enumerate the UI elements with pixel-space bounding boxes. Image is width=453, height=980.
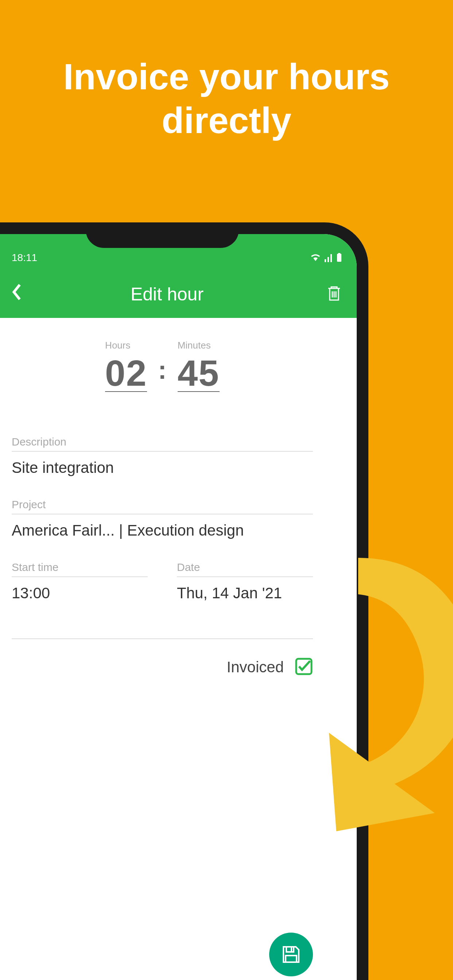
invoiced-label: Invoiced — [227, 659, 284, 676]
hours-value: 02 — [105, 355, 147, 392]
save-icon — [281, 945, 301, 964]
phone-screen: 18:11 Edit hour — [0, 234, 357, 980]
battery-icon — [336, 253, 342, 262]
time-picker: Hours 02 : Minutes 45 — [0, 340, 357, 392]
project-label: Project — [12, 498, 313, 514]
invoiced-checkbox[interactable] — [295, 657, 313, 677]
header-title: Edit hour — [22, 284, 311, 305]
description-field[interactable]: Description Site integration — [0, 436, 357, 477]
divider — [12, 638, 313, 639]
project-value: America Fairl... | Execution design — [12, 514, 357, 539]
time-date-row: Start time 13:00 Date Thu, 14 Jan '21 — [0, 561, 313, 602]
delete-button[interactable] — [326, 285, 342, 304]
date-value: Thu, 14 Jan '21 — [177, 577, 313, 602]
minutes-label: Minutes — [178, 340, 211, 351]
trash-icon — [326, 285, 342, 302]
minutes-value: 45 — [178, 355, 220, 392]
content-area: Hours 02 : Minutes 45 Description Site i… — [0, 318, 357, 677]
hours-field[interactable]: Hours 02 — [105, 340, 147, 392]
description-value: Site integration — [12, 452, 357, 477]
promo-title: Invoice your hours directly — [0, 0, 453, 142]
date-label: Date — [177, 561, 313, 577]
date-field[interactable]: Date Thu, 14 Jan '21 — [177, 561, 313, 602]
svg-rect-3 — [286, 947, 293, 952]
start-time-field[interactable]: Start time 13:00 — [12, 561, 148, 602]
description-label: Description — [12, 436, 313, 452]
app-header: Edit hour — [0, 270, 357, 318]
time-separator: : — [158, 355, 166, 392]
svg-rect-1 — [338, 253, 340, 254]
invoiced-row: Invoiced — [0, 657, 357, 677]
save-button[interactable] — [269, 932, 313, 976]
start-time-label: Start time — [12, 561, 148, 577]
phone-notch — [86, 223, 239, 248]
start-time-value: 13:00 — [12, 577, 148, 602]
back-button[interactable] — [12, 283, 22, 305]
chevron-left-icon — [12, 283, 22, 301]
project-field[interactable]: Project America Fairl... | Execution des… — [0, 498, 357, 539]
checkbox-checked-icon — [295, 657, 313, 676]
wifi-icon — [310, 253, 321, 262]
signal-icon — [324, 253, 333, 262]
svg-rect-4 — [286, 956, 297, 962]
minutes-field[interactable]: Minutes 45 — [178, 340, 220, 392]
svg-rect-0 — [337, 254, 341, 262]
status-icons — [310, 242, 342, 262]
phone-frame: 18:11 Edit hour — [0, 223, 368, 980]
status-time: 18:11 — [12, 241, 37, 264]
hours-label: Hours — [105, 340, 130, 351]
